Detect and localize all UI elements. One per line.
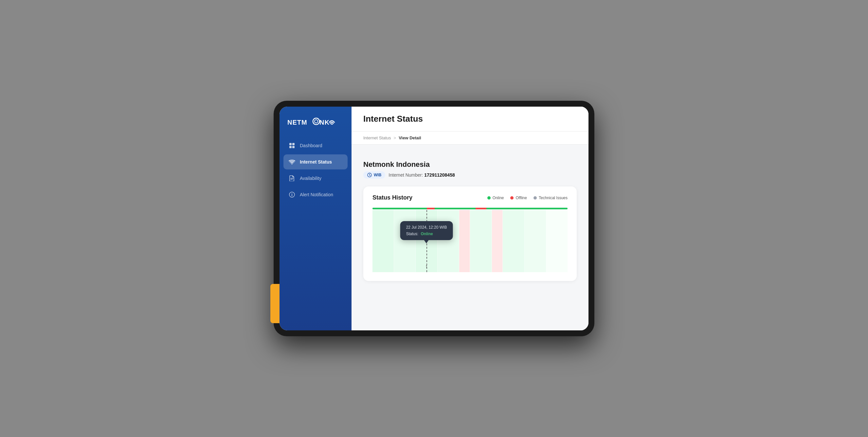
tooltip-status-value: Online (421, 232, 433, 236)
timezone-label: WIB (374, 173, 381, 177)
sidebar-label-alert-notification: Alert Notification (300, 192, 333, 197)
sidebar-item-dashboard[interactable]: Dashboard (283, 138, 348, 153)
sidebar-nav: Dashboard Internet Status (280, 138, 351, 202)
chart-col-8 (503, 210, 524, 272)
bar-offline-1 (427, 208, 435, 209)
hover-tooltip: 22 Jul 2024, 12:20 WIB Status: Online (400, 221, 453, 240)
breadcrumb-current: View Detail (399, 135, 421, 140)
subtitle-row: WIB Internet Number: 172911208458 (363, 171, 577, 178)
internet-number: Internet Number: 172911208458 (389, 172, 455, 178)
info-icon (289, 191, 295, 198)
breadcrumb: Internet Status > View Detail (351, 132, 588, 144)
legend-offline: Offline (510, 196, 527, 200)
svg-text:NK: NK (319, 119, 330, 126)
tooltip-status-line: Status: Online (406, 232, 447, 236)
status-history-card: Status History Online Offline (363, 187, 577, 281)
chart-col-6 (470, 210, 492, 272)
bar-offline-2 (475, 208, 486, 209)
sidebar-label-availability: Availability (300, 176, 321, 181)
content-area: Netmonk Indonesia WIB Internet Number: 1… (351, 153, 588, 330)
main-content: Internet Status Internet Status > View D… (351, 107, 588, 330)
bar-online-2 (435, 208, 475, 209)
logo-container: NETM NK (287, 116, 340, 128)
bar-online-1 (372, 208, 427, 209)
internet-number-label: Internet Number: (389, 172, 423, 178)
clock-icon (367, 173, 372, 177)
legend-dot-online (487, 196, 491, 200)
card-header: Status History Online Offline (372, 194, 567, 201)
chart-col-7-offline (492, 210, 503, 272)
sidebar-logo: NETM NK (280, 107, 351, 138)
svg-rect-7 (292, 146, 294, 148)
wifi-icon (289, 159, 295, 165)
svg-line-16 (370, 175, 371, 176)
timezone-badge: WIB (363, 171, 385, 178)
sidebar-item-availability[interactable]: Availability (283, 171, 348, 186)
chart-col-2 (394, 210, 416, 272)
svg-rect-5 (292, 143, 294, 145)
status-chart[interactable]: 22 Jul 2024, 12:20 WIB Status: Online (372, 208, 567, 273)
legend-online: Online (487, 196, 504, 200)
chart-col-9 (525, 210, 546, 272)
tooltip-date: 22 Jul 2024, 12:20 WIB (406, 225, 447, 230)
device-frame: NETM NK (274, 101, 594, 336)
company-name: Netmonk Indonesia (363, 160, 577, 169)
svg-point-2 (314, 120, 318, 123)
card-title: Status History (372, 194, 412, 201)
internet-number-value: 172911208458 (424, 172, 455, 178)
file-icon (289, 175, 295, 181)
tooltip-arrow (424, 240, 429, 243)
sidebar: NETM NK (280, 107, 351, 330)
legend-label-online: Online (493, 196, 504, 200)
legend: Online Offline Technical Issues (487, 196, 567, 200)
legend-dot-technical (533, 196, 537, 200)
top-indicator-bar (372, 208, 567, 209)
svg-text:NETM: NETM (287, 119, 307, 126)
top-bar: Internet Status (351, 107, 588, 132)
legend-label-technical: Technical Issues (539, 196, 567, 200)
chart-col-3: 22 Jul 2024, 12:20 WIB Status: Online (416, 210, 437, 272)
svg-point-1 (313, 118, 319, 125)
breadcrumb-parent: Internet Status (363, 135, 391, 140)
breadcrumb-separator: > (394, 135, 396, 140)
svg-point-8 (291, 164, 292, 165)
chart-col-1 (372, 210, 394, 272)
chart-col-4 (438, 210, 459, 272)
chart-columns: 22 Jul 2024, 12:20 WIB Status: Online (372, 210, 567, 272)
chart-col-10 (546, 210, 567, 272)
tooltip-status-label: Status: (406, 232, 418, 236)
page-title: Internet Status (363, 114, 577, 124)
screen: NETM NK (280, 107, 588, 330)
sidebar-item-alert-notification[interactable]: Alert Notification (283, 187, 348, 202)
svg-point-13 (291, 193, 292, 194)
svg-rect-6 (289, 146, 291, 148)
chart-col-5-offline (459, 210, 470, 272)
legend-dot-offline (510, 196, 514, 200)
bar-online-3 (486, 208, 567, 209)
svg-rect-4 (289, 143, 291, 145)
legend-technical-issues: Technical Issues (533, 196, 567, 200)
sidebar-label-internet-status: Internet Status (300, 159, 332, 165)
sidebar-label-dashboard: Dashboard (300, 143, 322, 148)
logo-svg: NETM NK (287, 116, 340, 128)
grid-icon (289, 142, 295, 149)
cursor-indicator: ↑ (426, 264, 428, 269)
sidebar-item-internet-status[interactable]: Internet Status (283, 155, 348, 169)
legend-label-offline: Offline (516, 196, 527, 200)
